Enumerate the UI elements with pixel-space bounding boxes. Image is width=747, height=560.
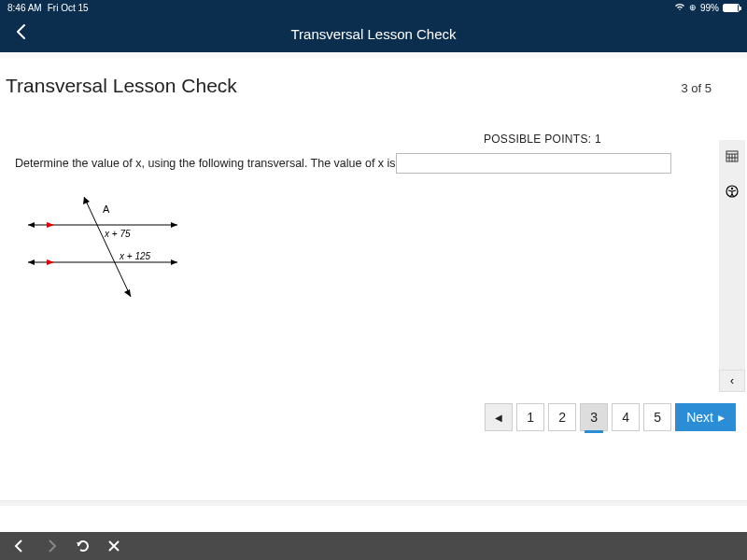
back-button[interactable]: [13, 22, 32, 45]
tools-panel: [719, 140, 745, 373]
page-1-button[interactable]: 1: [516, 403, 544, 431]
nav-forward-button[interactable]: [43, 538, 60, 554]
svg-marker-9: [83, 197, 90, 204]
calendar-icon[interactable]: [726, 149, 739, 166]
accessibility-icon[interactable]: [726, 185, 739, 202]
label-A: A: [103, 203, 110, 215]
reload-button[interactable]: [75, 538, 92, 554]
svg-marker-2: [28, 222, 35, 228]
transversal-diagram: A x + 75 x + 125: [19, 192, 732, 308]
close-button[interactable]: [106, 539, 121, 553]
nav-title: Transversal Lesson Check: [0, 26, 747, 42]
play-icon: ▸: [718, 410, 725, 425]
battery-percent: 99%: [700, 3, 719, 13]
svg-point-18: [731, 188, 733, 189]
next-label: Next: [686, 410, 713, 425]
svg-marker-3: [47, 222, 54, 228]
svg-marker-7: [47, 259, 54, 265]
orientation-lock-icon: ⊕: [689, 3, 697, 12]
page-5-button[interactable]: 5: [643, 403, 671, 431]
answer-input[interactable]: [396, 153, 671, 174]
pagination: ◀ 1 2 3 4 5 Next ▸: [485, 403, 736, 431]
status-bar: 8:46 AM Fri Oct 15 ⊕ 99%: [0, 0, 747, 15]
collapse-panel-button[interactable]: ‹: [719, 370, 745, 392]
possible-points: POSSIBLE POINTS: 1: [6, 133, 601, 146]
expr-bottom: x + 125: [119, 251, 151, 261]
svg-marker-5: [171, 259, 177, 265]
prev-page-button[interactable]: ◀: [485, 403, 513, 431]
nav-bar: Transversal Lesson Check: [0, 15, 747, 52]
progress-indicator: 3 of 5: [681, 81, 712, 95]
svg-marker-1: [171, 222, 177, 228]
nav-back-button[interactable]: [11, 538, 28, 554]
page-title: Transversal Lesson Check: [6, 75, 237, 97]
status-time: 8:46 AM: [7, 3, 42, 13]
next-button[interactable]: Next ▸: [675, 403, 736, 431]
status-date: Fri Oct 15: [48, 3, 89, 13]
wifi-icon: [674, 3, 685, 13]
svg-marker-6: [28, 259, 35, 265]
page-4-button[interactable]: 4: [612, 403, 640, 431]
question-prompt: Determine the value of x, using the foll…: [15, 157, 396, 170]
battery-icon: [723, 4, 740, 12]
page-3-button[interactable]: 3: [580, 403, 608, 431]
page-2-button[interactable]: 2: [548, 403, 576, 431]
expr-top: x + 75: [104, 229, 131, 239]
chevron-left-icon: ‹: [730, 374, 734, 387]
browser-toolbar: [0, 532, 747, 560]
